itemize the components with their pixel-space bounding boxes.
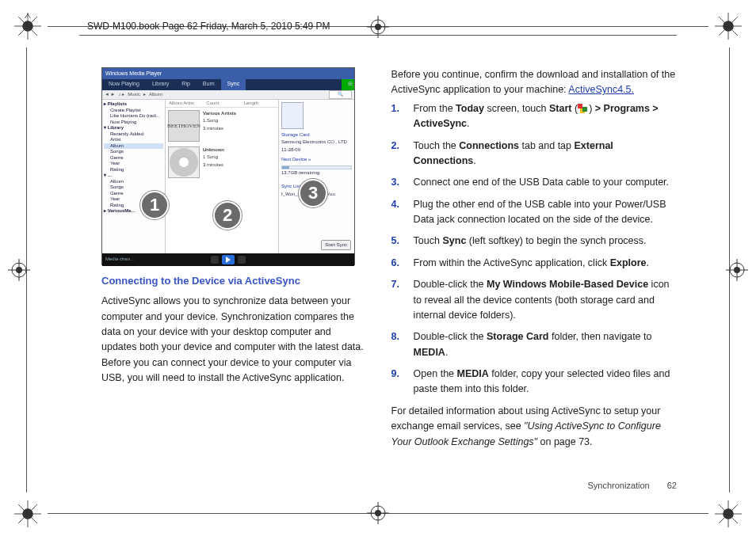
step-1: 1.From the Today screen, touch Start () …	[391, 101, 677, 132]
step-9: 9.Open the MEDIA folder, copy your selec…	[391, 367, 677, 397]
callout-2: 2	[213, 201, 242, 230]
step-7: 7.Double-click the My Windows Mobile-Bas…	[391, 277, 677, 323]
callout-1: 1	[140, 191, 169, 219]
section-paragraph: ActiveSync allows you to synchronize dat…	[101, 294, 366, 386]
tb-music: Music	[128, 91, 140, 98]
steps-list: 1.From the Today screen, touch Start () …	[391, 101, 677, 397]
outro-paragraph: For detailed information about using Act…	[391, 404, 677, 450]
left-column: Windows Media Player Now Playing Library…	[79, 67, 366, 492]
tab-burn: Burn	[197, 79, 221, 90]
crop-mark-sun-icon	[715, 500, 742, 527]
crop-mark-cross-icon	[367, 502, 389, 524]
header-rule	[79, 35, 677, 36]
callout-3: 3	[299, 179, 327, 207]
page-header: SWD-M100.book Page 62 Friday, March 5, 2…	[87, 21, 330, 32]
footer-page: 62	[667, 481, 677, 490]
search-input: 🔍	[329, 90, 352, 99]
crop-mark-cross-icon	[726, 259, 748, 281]
tab-library: Library	[146, 79, 175, 90]
wm-toolbar: ◄ ► ♪ ▸ Music▸ Album 🔍	[102, 90, 354, 100]
activesync-link[interactable]: ActiveSync4.5.	[568, 84, 634, 95]
step-3: 3.Connect one end of the USB Data cable …	[391, 175, 677, 190]
wm-tabs: Now Playing Library Rip Burn Sync ⊞	[102, 79, 354, 90]
wm-player-bar: Media chan...	[102, 253, 354, 266]
wm-sync-pane: Storage Card Samsung Electronics CO., LT…	[278, 100, 354, 253]
step-6: 6.From within the ActiveSync application…	[391, 256, 677, 271]
embedded-screenshot: Windows Media Player Now Playing Library…	[101, 67, 355, 265]
content: Windows Media Player Now Playing Library…	[79, 67, 677, 492]
svg-line-6	[25, 14, 28, 18]
prev-icon	[211, 256, 219, 264]
step-8: 8.Double-click the Storage Card folder, …	[391, 329, 677, 360]
right-column: Before you continue, confirm the downloa…	[391, 67, 677, 492]
wm-title: Windows Media Player	[105, 70, 162, 78]
step-5: 5.Touch Sync (left softkey) to begin the…	[391, 234, 677, 249]
album-art-icon: BEETHOVEN	[168, 110, 200, 142]
crop-mark-sun-icon	[715, 13, 742, 40]
step-2: 2.Touch the Connections tab and tap Exte…	[391, 139, 677, 169]
tab-sync: Sync	[221, 79, 246, 90]
page-footer: Synchronization62	[587, 479, 677, 492]
crop-mark-cross-icon	[8, 259, 30, 281]
wm-sidebar: ▸ Playlists Create Playlist Like Humans …	[102, 100, 166, 253]
crop-mark-sun-icon	[14, 500, 41, 527]
wm-album-list: Album ArtistCountLength BEETHOVEN Variou…	[166, 100, 278, 253]
footer-section: Synchronization	[587, 481, 649, 490]
cd-icon	[168, 146, 200, 178]
wm-titlebar: Windows Media Player	[102, 68, 354, 79]
play-icon	[222, 255, 235, 264]
tab-rip: Rip	[175, 79, 197, 90]
page: SWD-M100.book Page 62 Friday, March 5, 2…	[0, 0, 756, 540]
windows-start-icon	[578, 104, 589, 113]
storage-card-icon	[281, 102, 304, 129]
step-4: 4.Plug the other end of the USB cable in…	[391, 197, 677, 228]
tab-now-playing: Now Playing	[102, 79, 146, 90]
next-icon	[238, 256, 246, 264]
intro-paragraph: Before you continue, confirm the downloa…	[391, 67, 677, 98]
svg-line-5	[28, 14, 30, 18]
windows-flag-icon: ⊞	[342, 79, 354, 90]
crop-mark-sun-icon	[14, 13, 41, 40]
start-sync-button: Start Sync	[321, 240, 351, 250]
tb-album: Album	[149, 91, 162, 98]
section-heading: Connecting to the Device via ActiveSync	[101, 273, 366, 289]
